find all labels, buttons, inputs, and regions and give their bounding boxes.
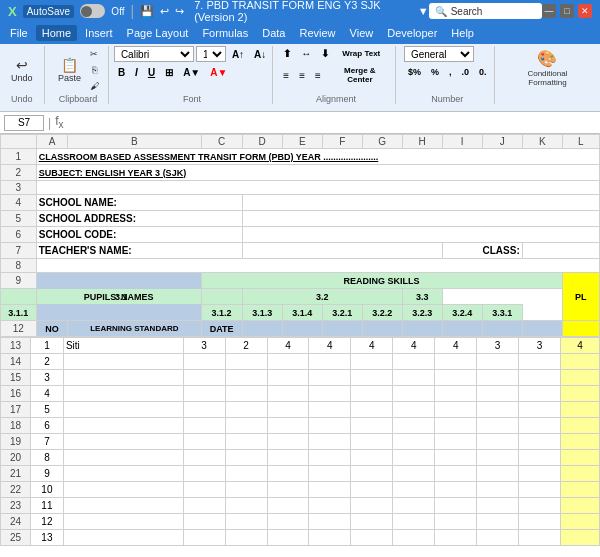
cell-313-16[interactable] [267, 386, 309, 402]
bold-button[interactable]: B [114, 65, 129, 80]
cell-331-24[interactable] [519, 514, 561, 530]
cell-6a[interactable]: SCHOOL CODE: [36, 227, 242, 243]
align-middle-button[interactable]: ↔ [297, 46, 315, 61]
cell-no-24[interactable]: 12 [30, 514, 63, 530]
cell-323-22[interactable] [435, 482, 477, 498]
cell-313-21[interactable] [267, 466, 309, 482]
col-header-k[interactable]: K [522, 135, 562, 149]
cell-321-24[interactable] [351, 514, 393, 530]
cell-314-20[interactable] [309, 450, 351, 466]
cell-313-22[interactable] [267, 482, 309, 498]
cell-314-19[interactable] [309, 434, 351, 450]
cell-323-16[interactable] [435, 386, 477, 402]
cell-323-17[interactable] [435, 402, 477, 418]
wrap-text-button[interactable]: Wrap Text [335, 47, 387, 60]
cell-name-14[interactable] [63, 354, 183, 370]
cell-324-20[interactable] [477, 450, 519, 466]
cell-10k[interactable]: 3.3 [402, 289, 442, 305]
cell-322-21[interactable] [393, 466, 435, 482]
cell-322-22[interactable] [393, 482, 435, 498]
cell-321-21[interactable] [351, 466, 393, 482]
cell-313-14[interactable] [267, 354, 309, 370]
border-button[interactable]: ⊞ [161, 65, 177, 80]
menu-insert[interactable]: Insert [79, 25, 119, 41]
cell-331-19[interactable] [519, 434, 561, 450]
cell-314-21[interactable] [309, 466, 351, 482]
paste-button[interactable]: 📋 Paste [55, 55, 85, 86]
cell-pl-18[interactable] [560, 418, 599, 434]
cell-4d[interactable] [242, 195, 599, 211]
cell-311-17[interactable] [183, 402, 225, 418]
cell-12f[interactable] [322, 321, 362, 337]
cell-322-20[interactable] [393, 450, 435, 466]
title-search[interactable]: 🔍 Search [429, 3, 542, 19]
cell-324-23[interactable] [477, 498, 519, 514]
cell-311-20[interactable] [183, 450, 225, 466]
cell-324-22[interactable] [477, 482, 519, 498]
cell-name-22[interactable] [63, 482, 183, 498]
cell-323-24[interactable] [435, 514, 477, 530]
cell-322-13[interactable]: 4 [393, 338, 435, 354]
cell-no-17[interactable]: 5 [30, 402, 63, 418]
menu-home[interactable]: Home [36, 25, 77, 41]
cell-no-25[interactable]: 13 [30, 530, 63, 546]
cell-11i[interactable]: 3.2.3 [402, 305, 442, 321]
cell-323-20[interactable] [435, 450, 477, 466]
cell-name-19[interactable] [63, 434, 183, 450]
cell-312-13[interactable]: 2 [225, 338, 267, 354]
percent-button[interactable]: % [427, 65, 443, 79]
cell-322-18[interactable] [393, 418, 435, 434]
cell-324-13[interactable]: 3 [477, 338, 519, 354]
cell-no-20[interactable]: 8 [30, 450, 63, 466]
cell-331-20[interactable] [519, 450, 561, 466]
menu-file[interactable]: File [4, 25, 34, 41]
cell-no-22[interactable]: 10 [30, 482, 63, 498]
cell-323-13[interactable]: 4 [435, 338, 477, 354]
cell-321-23[interactable] [351, 498, 393, 514]
col-header-h[interactable]: H [402, 135, 442, 149]
cell-312-19[interactable] [225, 434, 267, 450]
minimize-button[interactable]: — [542, 4, 556, 18]
cell-324-24[interactable] [477, 514, 519, 530]
format-painter-button[interactable]: 🖌 [87, 79, 102, 93]
cell-12c[interactable]: DATE [201, 321, 242, 337]
cell-331-17[interactable] [519, 402, 561, 418]
cell-name-20[interactable] [63, 450, 183, 466]
cell-311-19[interactable] [183, 434, 225, 450]
cell-12l[interactable] [562, 321, 599, 337]
cell-313-15[interactable] [267, 370, 309, 386]
cell-321-14[interactable] [351, 354, 393, 370]
maximize-button[interactable]: □ [560, 4, 574, 18]
cell-312-21[interactable] [225, 466, 267, 482]
align-left-button[interactable]: ≡ [279, 68, 293, 83]
cell-314-24[interactable] [309, 514, 351, 530]
cell-11c[interactable]: 3.1.1 [1, 305, 37, 321]
cell-312-25[interactable] [225, 530, 267, 546]
cell-313-20[interactable] [267, 450, 309, 466]
cell-321-22[interactable] [351, 482, 393, 498]
cell-12e[interactable] [282, 321, 322, 337]
cell-name-16[interactable] [63, 386, 183, 402]
col-header-g[interactable]: G [362, 135, 402, 149]
cell-311-16[interactable] [183, 386, 225, 402]
cell-12b[interactable]: LEARNING STANDARD [68, 321, 201, 337]
cell-321-18[interactable] [351, 418, 393, 434]
cell-323-21[interactable] [435, 466, 477, 482]
cell-name-13[interactable]: Siti [63, 338, 183, 354]
cell-313-13[interactable]: 4 [267, 338, 309, 354]
formula-input[interactable] [67, 117, 596, 129]
cell-312-23[interactable] [225, 498, 267, 514]
cell-pl-24[interactable] [560, 514, 599, 530]
cell-312-20[interactable] [225, 450, 267, 466]
cell-312-14[interactable] [225, 354, 267, 370]
cell-312-16[interactable] [225, 386, 267, 402]
cell-331-21[interactable] [519, 466, 561, 482]
cell-322-25[interactable] [393, 530, 435, 546]
cell-no-18[interactable]: 6 [30, 418, 63, 434]
cell-313-19[interactable] [267, 434, 309, 450]
cell-314-18[interactable] [309, 418, 351, 434]
decrease-decimal-button[interactable]: 0. [475, 65, 491, 79]
cell-324-19[interactable] [477, 434, 519, 450]
cell-pl-22[interactable] [560, 482, 599, 498]
cell-321-20[interactable] [351, 450, 393, 466]
